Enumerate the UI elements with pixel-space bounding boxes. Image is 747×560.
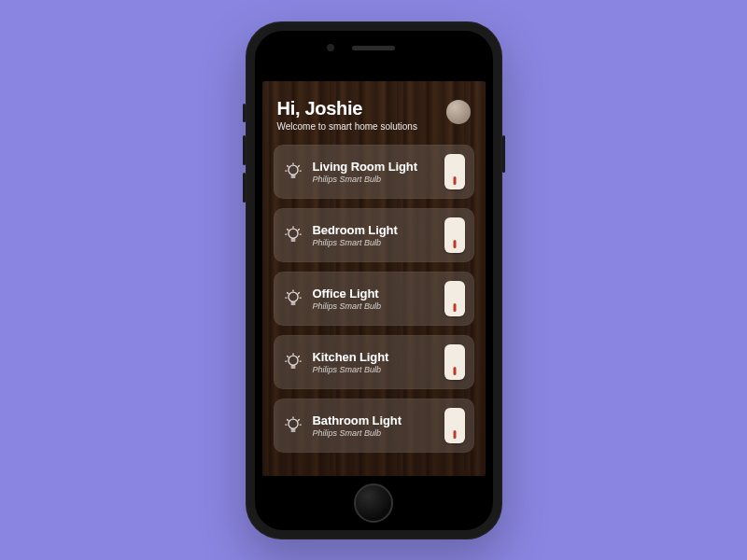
front-camera — [327, 44, 334, 51]
light-switch[interactable] — [444, 281, 465, 316]
phone-frame: Hi, Joshie Welcome to smart home solutio… — [246, 21, 502, 539]
device-card[interactable]: Office Light Philips Smart Bulb — [274, 272, 474, 326]
silence-switch[interactable] — [243, 104, 246, 122]
device-name: Kitchen Light — [313, 350, 435, 364]
light-switch[interactable] — [444, 408, 465, 443]
svg-point-1 — [288, 229, 297, 238]
device-card[interactable]: Bedroom Light Philips Smart Bulb — [274, 208, 474, 262]
header: Hi, Joshie Welcome to smart home solutio… — [274, 98, 474, 132]
device-name: Living Room Light — [313, 160, 435, 174]
bulb-icon — [283, 288, 303, 309]
light-switch[interactable] — [444, 154, 465, 189]
greeting-subtitle: Welcome to smart home solutions — [277, 121, 417, 132]
greeting-title: Hi, Joshie — [277, 98, 417, 119]
bulb-icon — [283, 415, 303, 436]
svg-point-3 — [288, 356, 297, 365]
device-name: Office Light — [313, 287, 435, 301]
device-name: Bedroom Light — [313, 223, 435, 237]
device-subtitle: Philips Smart Bulb — [313, 365, 435, 374]
bulb-icon — [283, 161, 303, 182]
device-subtitle: Philips Smart Bulb — [313, 238, 435, 247]
home-button[interactable] — [354, 483, 393, 523]
avatar[interactable] — [446, 100, 471, 124]
svg-point-0 — [288, 165, 297, 175]
device-subtitle: Philips Smart Bulb — [313, 301, 435, 311]
bulb-icon — [283, 352, 303, 372]
device-subtitle: Philips Smart Bulb — [313, 175, 435, 184]
device-card[interactable]: Living Room Light Philips Smart Bulb — [274, 145, 474, 199]
volume-up-button[interactable] — [243, 135, 246, 165]
bulb-icon — [283, 225, 303, 245]
device-subtitle: Philips Smart Bulb — [313, 428, 435, 438]
device-card[interactable]: Bathroom Light Philips Smart Bulb — [274, 399, 474, 453]
light-switch[interactable] — [444, 217, 465, 253]
power-button[interactable] — [502, 135, 505, 173]
device-card[interactable]: Kitchen Light Philips Smart Bulb — [274, 335, 474, 389]
device-list: Living Room Light Philips Smart Bulb — [274, 145, 474, 453]
light-switch[interactable] — [444, 344, 465, 380]
screen: Hi, Joshie Welcome to smart home solutio… — [262, 81, 486, 476]
svg-point-4 — [288, 419, 297, 428]
volume-down-button[interactable] — [243, 173, 246, 203]
device-name: Bathroom Light — [313, 413, 435, 427]
phone-speaker — [352, 46, 395, 50]
svg-point-2 — [288, 292, 297, 301]
